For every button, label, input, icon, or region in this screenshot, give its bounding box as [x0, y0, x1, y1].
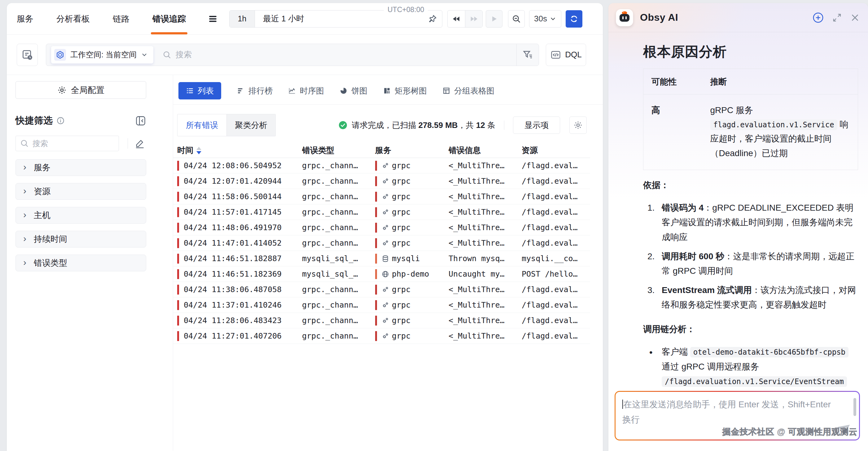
cell-time: 04/24 11:46:51.182887	[177, 254, 302, 264]
table-row[interactable]: 04/24 12:07:01.420944grpc._chann…grpc<_M…	[173, 173, 590, 189]
advanced-filter-button[interactable]	[517, 44, 539, 66]
table-settings-button[interactable]	[569, 117, 587, 134]
cell-time: 04/24 11:48:06.491970	[177, 223, 302, 233]
service-status-bar	[375, 223, 377, 233]
global-config-label: 全局配置	[71, 85, 104, 96]
table-row[interactable]: 04/24 11:46:51.182887mysqli_sql_…mysqliT…	[173, 251, 590, 266]
query-history-button[interactable]	[17, 44, 38, 66]
evidence-item-1: 1.错误码为 4：gRPC DEADLINE_EXCEEDED 表明客户端设置的…	[643, 200, 858, 245]
column-header-2[interactable]: 服务	[375, 145, 448, 156]
close-panel-button[interactable]	[850, 13, 860, 23]
filter-section-0[interactable]: ›服务	[16, 159, 146, 176]
inline-code: otel-demo-datakit-6bc465bfbf-cppsb	[690, 347, 848, 357]
search-input[interactable]: 搜索	[163, 49, 192, 60]
service-status-bar	[375, 161, 377, 171]
time-shortcut[interactable]: 1h	[229, 10, 255, 27]
quick-filter-search-placeholder: 搜索	[33, 138, 48, 149]
table-row[interactable]: 04/24 11:48:06.491970grpc._chann…grpc<_M…	[173, 220, 590, 235]
status-bar	[177, 316, 179, 326]
play-button[interactable]	[486, 10, 502, 28]
zoom-out-button[interactable]	[508, 10, 525, 28]
service-status-bar	[375, 254, 377, 264]
refresh-button[interactable]	[566, 10, 582, 28]
cell-error-type: grpc._chann…	[302, 223, 375, 232]
filter-section-1[interactable]: ›资源	[16, 183, 146, 200]
service-status-bar	[375, 238, 377, 248]
view-tab-3[interactable]: 饼图	[340, 82, 367, 99]
display-columns-button[interactable]: 显示项	[513, 117, 560, 134]
rca-table: 可能性 推断 高 gRPC 服务 flagd.evaluation.v1.Ser…	[643, 68, 858, 170]
top-nav: 服务分析看板链路错误追踪	[16, 3, 187, 34]
view-tab-4[interactable]: 矩形树图	[383, 82, 427, 99]
step-back-button[interactable]	[447, 10, 465, 27]
cell-time: 04/24 11:47:01.414052	[177, 238, 302, 248]
query-status: 请求完成，已扫描 278.59 MB，共 12 条	[339, 120, 495, 131]
pin-icon[interactable]	[428, 10, 437, 27]
table-row[interactable]: 04/24 11:57:01.417145grpc._chann…grpc<_M…	[173, 204, 590, 220]
refresh-interval-value: 30s	[534, 14, 547, 24]
refresh-interval-select[interactable]: 30s	[529, 10, 561, 28]
chevron-down-icon	[550, 15, 556, 22]
table-row[interactable]: 04/24 12:08:06.504952grpc._chann…grpc<_M…	[173, 158, 590, 173]
menu-icon[interactable]	[208, 13, 220, 25]
quick-filter-search-input[interactable]: 搜索	[16, 136, 119, 151]
expand-panel-button[interactable]	[832, 13, 842, 23]
list-icon	[186, 87, 194, 95]
tab-cluster-analysis[interactable]: 聚类分析	[226, 114, 275, 136]
cell-resource: mysqli.__co…	[522, 254, 590, 263]
nav-item-1[interactable]: 分析看板	[55, 3, 91, 34]
table-row[interactable]: 04/24 11:37:01.410246grpc._chann…grpc<_M…	[173, 297, 590, 313]
gears-icon	[382, 301, 389, 309]
time-range-control[interactable]: UTC+08:00 1h 最近 1 小时	[229, 10, 442, 28]
filter-section-2[interactable]: ›主机	[16, 207, 146, 224]
time-range-label[interactable]: 最近 1 小时	[263, 13, 304, 24]
workspace-chip[interactable]: 工作空间: 当前空间	[51, 46, 153, 64]
sort-desc-icon	[196, 151, 202, 154]
status-bar	[177, 192, 179, 202]
nav-item-3[interactable]: 错误追踪	[151, 3, 187, 34]
table-row[interactable]: 04/24 11:58:06.500144grpc._chann…grpc<_M…	[173, 189, 590, 204]
view-switcher: 列表排行榜时序图饼图矩形树图分组表格图	[173, 82, 603, 99]
column-header-0[interactable]: 时间	[177, 145, 302, 156]
view-tab-0[interactable]: 列表	[179, 82, 221, 99]
new-chat-button[interactable]	[812, 12, 824, 24]
view-tab-label: 排行榜	[248, 86, 273, 96]
table-row[interactable]: 04/24 11:28:06.483423grpc._chann…grpc<_M…	[173, 313, 590, 328]
step-forward-button[interactable]	[465, 10, 482, 27]
view-tab-2[interactable]: 时序图	[288, 82, 324, 99]
view-tab-1[interactable]: 排行榜	[237, 82, 273, 99]
collapse-sidebar-icon[interactable]	[135, 115, 146, 126]
timeseries-icon	[288, 87, 296, 95]
table-row[interactable]: 04/24 11:38:06.487058grpc._chann…grpc<_M…	[173, 282, 590, 297]
cell-time: 04/24 11:28:06.483423	[177, 316, 302, 326]
gears-icon	[382, 178, 389, 185]
rca-inference-value: gRPC 服务 flagd.evaluation.v1.Service 响应超时…	[702, 94, 858, 170]
filter-section-3[interactable]: ›持续时间	[16, 231, 146, 248]
filter-bar: 工作空间: 当前空间 搜索 DQL	[7, 35, 603, 75]
column-header-3[interactable]: 错误信息	[448, 145, 522, 156]
global-config-button[interactable]: 全局配置	[16, 81, 146, 99]
dql-button[interactable]: DQL	[546, 44, 586, 66]
cell-time: 04/24 12:08:06.504952	[177, 161, 302, 171]
service-status-bar	[375, 300, 377, 310]
pencil-icon[interactable]	[135, 138, 145, 149]
search-bar[interactable]: 工作空间: 当前空间 搜索	[46, 44, 539, 66]
column-header-4[interactable]: 资源	[522, 145, 590, 156]
table-row[interactable]: 04/24 11:46:51.182369mysqli_sql_…php-dem…	[173, 266, 590, 282]
tab-all-errors[interactable]: 所有错误	[178, 114, 226, 136]
view-tab-label: 矩形树图	[395, 86, 427, 96]
view-tab-5[interactable]: 分组表格图	[442, 82, 494, 99]
filter-section-4[interactable]: ›错误类型	[16, 255, 146, 271]
chevron-right-icon: ›	[23, 210, 26, 219]
evidence-text: EventStream 流式调用：该方法为流式接口，对网络和服务稳定性要求更高，…	[662, 283, 858, 312]
sort-icon[interactable]	[196, 147, 202, 154]
status-bar	[177, 176, 179, 186]
table-row[interactable]: 04/24 11:27:01.407206grpc._chann…grpc<_M…	[173, 328, 590, 344]
nav-item-0[interactable]: 服务	[16, 3, 35, 34]
column-header-label: 服务	[375, 145, 391, 156]
nav-item-2[interactable]: 链路	[112, 3, 131, 34]
column-header-1[interactable]: 错误类型	[302, 145, 375, 156]
info-icon[interactable]	[56, 117, 65, 125]
scrollbar-thumb[interactable]	[854, 398, 856, 416]
table-row[interactable]: 04/24 11:47:01.414052grpc._chann…grpc<_M…	[173, 235, 590, 251]
